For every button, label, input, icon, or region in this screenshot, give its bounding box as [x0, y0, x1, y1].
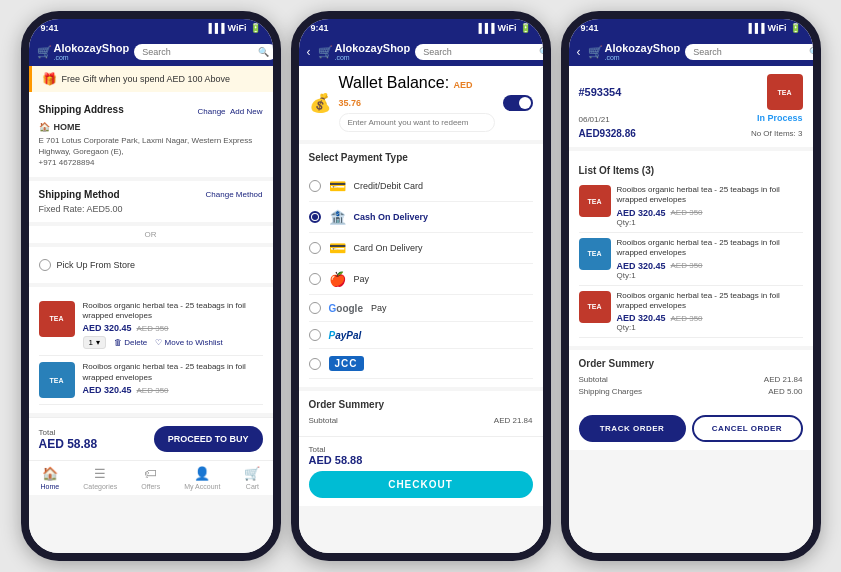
card-delivery-icon: 💳: [329, 240, 346, 256]
add-new-address-link[interactable]: Add New: [230, 107, 262, 116]
jcc-icon: JCC: [329, 356, 364, 371]
header-2: ‹ 🛒 AlokozayShop .com 🔍: [299, 37, 543, 66]
apple-label: Pay: [354, 274, 370, 284]
cart-logo-icon-2: 🛒: [318, 45, 333, 59]
subtotal-value-2: AED 21.84: [494, 416, 533, 425]
order-prod-info-2: Rooibos organic herbal tea - 25 teabags …: [617, 238, 803, 280]
product-img-2: TEA: [39, 362, 75, 398]
payment-card-delivery[interactable]: 💳 Card On Delivery: [309, 233, 533, 264]
nav-categories-label: Categories: [83, 483, 117, 490]
order-amount: AED9328.86: [579, 128, 636, 139]
cash-radio: [309, 211, 321, 223]
shipping-value-3: AED 5.00: [768, 387, 802, 396]
search-input-3[interactable]: [693, 47, 805, 57]
product-img-1: TEA: [39, 301, 75, 337]
order-product-3: TEA Rooibos organic herbal tea - 25 teab…: [579, 286, 803, 339]
nav-home[interactable]: 🏠 Home: [41, 466, 60, 490]
change-address-link[interactable]: Change: [198, 107, 226, 116]
header-3: ‹ 🛒 AlokozayShop .com 🔍: [569, 37, 813, 66]
checkout-total-label: Total: [309, 445, 533, 454]
search-bar-1[interactable]: 🔍: [134, 44, 277, 60]
list-title: List Of Items (3): [579, 165, 803, 176]
status-time-1: 9:41: [41, 23, 59, 33]
price-row-1: AED 320.45 AED 350: [83, 323, 263, 333]
subtotal-label-2: Subtotal: [309, 416, 338, 425]
status-bar-1: 9:41 ▐▐▐ WiFi 🔋: [29, 19, 273, 37]
paypal-icon: PayPal: [329, 330, 362, 341]
logo-3: 🛒 AlokozayShop .com: [588, 42, 681, 61]
shipping-header: Shipping Address Change Add New: [39, 100, 263, 118]
qty-selector-1[interactable]: 1 ▾: [83, 336, 106, 349]
payment-paypal[interactable]: PayPal: [309, 322, 533, 349]
checkout-bar: Total AED 58.88 CHECKOUT: [299, 436, 543, 506]
order-id: #593354: [579, 86, 622, 98]
search-bar-3[interactable]: 🔍: [685, 44, 820, 60]
order-old-price-3: AED 350: [671, 314, 703, 323]
phone-3: 9:41 ▐▐▐ WiFi 🔋 ‹ 🛒 AlokozayShop .com 🔍: [561, 11, 821, 561]
summary-title-3: Order Summery: [579, 358, 803, 369]
total-amount-1: AED 58.88: [39, 437, 98, 451]
order-prod-name-1: Rooibos organic herbal tea - 25 teabags …: [617, 185, 803, 206]
track-bar: TRACK ORDER CANCEL ORDER: [569, 407, 813, 450]
nav-offers[interactable]: 🏷 Offers: [141, 466, 160, 490]
delete-link-1[interactable]: 🗑 Delete: [114, 338, 147, 347]
search-input-2[interactable]: [423, 47, 535, 57]
or-divider: OR: [29, 226, 273, 243]
payment-apple[interactable]: 🍎 Pay: [309, 264, 533, 295]
search-input-1[interactable]: [142, 47, 254, 57]
logo-name-2: AlokozayShop: [335, 42, 411, 54]
payment-google[interactable]: Google Pay: [309, 295, 533, 322]
summary-title-2: Order Summery: [309, 399, 533, 410]
shipping-actions: Change Add New: [198, 100, 263, 118]
gift-icon: 🎁: [42, 72, 57, 86]
home-icon: 🏠: [39, 122, 50, 132]
status-time-2: 9:41: [311, 23, 329, 33]
back-arrow-3[interactable]: ‹: [577, 45, 581, 59]
price-row-2: AED 320.45 AED 350: [83, 385, 263, 395]
phone1-content: 🎁 Free Gift when you spend AED 100 Above…: [29, 66, 273, 553]
search-icon-3: 🔍: [809, 47, 820, 57]
checkout-btn[interactable]: CHECKOUT: [309, 471, 533, 498]
product-name-2: Rooibos organic herbal tea - 25 teabags …: [83, 362, 263, 383]
payment-jcc[interactable]: JCC: [309, 349, 533, 379]
address-phone: +971 46728894: [39, 157, 263, 168]
order-items-section: List Of Items (3) TEA Rooibos organic he…: [569, 151, 813, 346]
change-method-link[interactable]: Change Method: [206, 190, 263, 199]
phone2-content: 💰 Wallet Balance: AED 35.76 Select Payme…: [299, 66, 543, 553]
wishlist-link-1[interactable]: ♡ Move to Wishlist: [155, 338, 222, 347]
order-price-2: AED 320.45: [617, 261, 666, 271]
payment-cash[interactable]: 🏦 Cash On Delivery: [309, 202, 533, 233]
cart-logo-icon: 🛒: [37, 45, 52, 59]
order-prod-name-3: Rooibos organic herbal tea - 25 teabags …: [617, 291, 803, 312]
paypal-radio: [309, 329, 321, 341]
nav-account[interactable]: 👤 My Account: [184, 466, 220, 490]
pickup-section: Pick Up From Store: [29, 247, 273, 283]
home-nav-icon: 🏠: [42, 466, 58, 481]
track-order-btn[interactable]: TRACK ORDER: [579, 415, 686, 442]
order-product-thumbnail: TEA: [767, 74, 803, 110]
order-prod-img-3: TEA: [579, 291, 611, 323]
payment-credit[interactable]: 💳 Credit/Debit Card: [309, 171, 533, 202]
logo-1: 🛒 AlokozayShop .com: [37, 42, 130, 61]
bottom-nav-1: 🏠 Home ☰ Categories 🏷 Offers 👤 My Accoun…: [29, 460, 273, 495]
order-prod-img-1: TEA: [579, 185, 611, 217]
battery-icon-2: 🔋: [520, 23, 531, 33]
subtotal-label-3: Subtotal: [579, 375, 608, 384]
back-arrow-2[interactable]: ‹: [307, 45, 311, 59]
pickup-radio[interactable]: [39, 259, 51, 271]
nav-categories[interactable]: ☰ Categories: [83, 466, 117, 490]
search-bar-2[interactable]: 🔍: [415, 44, 550, 60]
wallet-toggle[interactable]: [503, 95, 533, 111]
proceed-btn[interactable]: PROCEED TO BUY: [154, 426, 263, 452]
wallet-input[interactable]: [339, 113, 495, 132]
order-summary-2: Order Summery Subtotal AED 21.84: [299, 391, 543, 436]
status-icons-2: ▐▐▐ WiFi 🔋: [475, 23, 530, 33]
cancel-order-btn[interactable]: CANCEL ORDER: [692, 415, 803, 442]
shipping-label-3: Shipping Charges: [579, 387, 643, 396]
status-icons-1: ▐▐▐ WiFi 🔋: [205, 23, 260, 33]
nav-cart[interactable]: 🛒 Cart: [244, 466, 260, 490]
order-meta: AED9328.86 No Of Items: 3: [579, 128, 803, 139]
status-time-3: 9:41: [581, 23, 599, 33]
credit-radio: [309, 180, 321, 192]
card-delivery-radio: [309, 242, 321, 254]
